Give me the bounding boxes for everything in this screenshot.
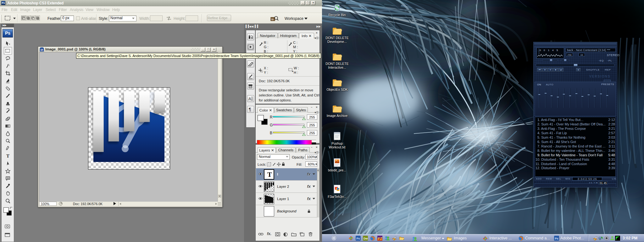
svg-text:Dw: Dw [364,237,368,240]
svg-text:Br: Br [271,18,274,21]
svg-text:FZ: FZ [378,237,382,240]
svg-text:A: A [248,96,251,101]
svg-text:Ps: Ps [41,49,43,51]
svg-text:T: T [6,153,9,158]
svg-text:Ps: Ps [555,237,558,240]
svg-text:¶: ¶ [249,107,251,112]
svg-text:Ps: Ps [357,237,360,240]
